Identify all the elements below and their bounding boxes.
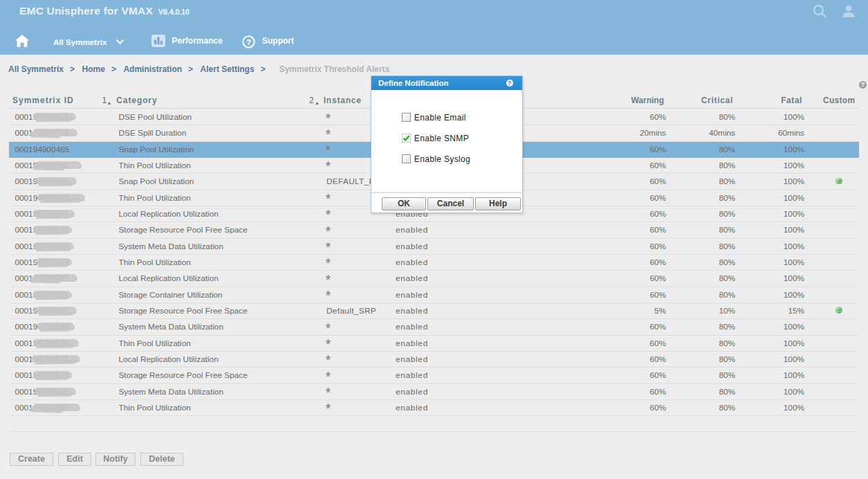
svg-text:?: ? <box>246 37 250 46</box>
